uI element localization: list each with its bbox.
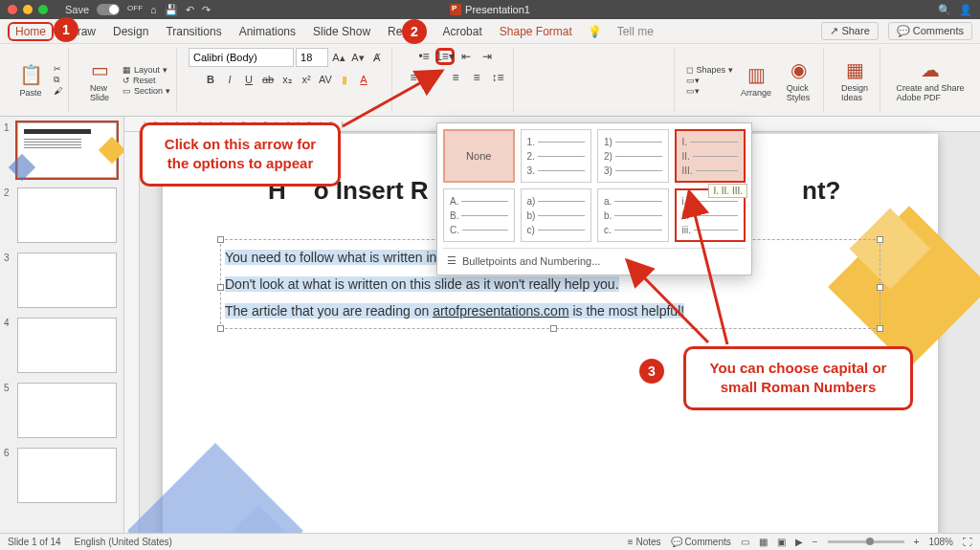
increase-indent-icon[interactable]: ⇥ [478, 48, 497, 65]
cut-icon[interactable]: ✂︎ [54, 64, 62, 74]
increase-font-icon[interactable]: A▴ [330, 49, 347, 66]
thumbnail-2[interactable]: 2 [4, 187, 120, 243]
undo-icon[interactable]: ↶ [186, 4, 194, 16]
save-icon[interactable]: 💾 [165, 4, 178, 16]
numbering-tooltip: I. II. III. [708, 184, 747, 198]
bold-button[interactable]: B [202, 71, 219, 88]
align-left-icon[interactable]: ≡ [404, 69, 423, 86]
view-slideshow-icon[interactable]: ▶ [795, 537, 803, 547]
quick-styles-icon: ◉ [791, 58, 807, 81]
view-reading-icon[interactable]: ▣ [777, 537, 786, 547]
vertical-ruler [124, 132, 140, 533]
decrease-indent-icon[interactable]: ⇤ [457, 48, 476, 65]
view-sorter-icon[interactable]: ▦ [759, 537, 768, 547]
clipboard-group: 📋 Paste ✂︎ ⧉ 🖌 [6, 48, 69, 112]
user-icon[interactable]: 👤 [959, 4, 972, 16]
line-spacing-icon[interactable]: ↕≡ [488, 69, 507, 86]
clear-format-icon[interactable]: A̸ [368, 49, 386, 66]
format-painter-icon[interactable]: 🖌 [54, 86, 62, 96]
font-size-select[interactable]: 18 [296, 48, 328, 67]
strike-button[interactable]: ab [259, 71, 277, 88]
numbering-option-alpha-lower-dot[interactable]: a. b. c. [597, 188, 669, 242]
zoom-slider[interactable] [828, 540, 904, 543]
numbering-dropdown-button[interactable]: 1≡▾ [435, 48, 455, 65]
numbering-option-none[interactable]: None [443, 129, 515, 183]
zoom-out-icon[interactable]: − [813, 537, 818, 547]
paste-button[interactable]: 📋 Paste [11, 63, 50, 98]
zoom-window-icon[interactable] [38, 5, 48, 14]
shapes-button[interactable]: ◻ Shapes ▾ [686, 65, 733, 75]
quick-styles-button[interactable]: ◉ Quick Styles [779, 58, 817, 102]
font-color-icon[interactable]: A [355, 71, 372, 88]
redo-icon[interactable]: ↷ [202, 4, 211, 16]
zoom-in-icon[interactable]: + [914, 537, 920, 547]
thumbnail-5[interactable]: 5 [4, 383, 120, 438]
tab-acrobat[interactable]: Acrobat [440, 22, 483, 41]
autosave-toggle[interactable] [97, 4, 120, 15]
home-icon[interactable]: ⌂ [150, 4, 157, 16]
arrange-button[interactable]: ▥ Arrange [737, 63, 775, 98]
tab-home[interactable]: Home [8, 22, 54, 41]
section-button[interactable]: ▭ Section ▾ [122, 86, 170, 96]
numbering-option-decimal-dot[interactable]: 1. 2. 3. [521, 129, 592, 183]
window-title: Presentation1 [450, 4, 530, 15]
share-button[interactable]: ↗ Share [821, 22, 878, 40]
numbering-option-alpha-lower-paren[interactable]: a) b) c) [521, 188, 592, 242]
paragraph-group: •≡ 1≡▾ ⇤ ⇥ ≡ ≡ ≡ ≡ ↕≡ [398, 48, 514, 112]
numbering-dropdown-popup: None 1. 2. 3. 1) 2) 3) I. II. III. I. II… [436, 122, 752, 275]
char-spacing-icon[interactable]: AV [317, 71, 334, 88]
copy-icon[interactable]: ⧉ [54, 75, 62, 85]
numbering-footer-link[interactable]: ☰ Bulletpoints and Numbering... [443, 248, 746, 269]
view-normal-icon[interactable]: ▭ [741, 537, 749, 547]
underline-button[interactable]: U [240, 71, 257, 88]
align-center-icon[interactable]: ≡ [425, 69, 444, 86]
notes-button[interactable]: ≡ Notes [628, 537, 661, 547]
shape-fill-icon[interactable]: ▭▾ [686, 76, 733, 85]
decrease-font-icon[interactable]: A▾ [349, 49, 367, 66]
comments-button[interactable]: 💬 Comments [888, 22, 972, 40]
tab-tellme[interactable]: Tell me [615, 22, 656, 41]
close-window-icon[interactable] [8, 5, 17, 14]
status-language[interactable]: English (United States) [75, 537, 172, 547]
numbering-option-roman-upper[interactable]: I. II. III. I. II. III. [675, 129, 746, 183]
numbering-option-alpha-upper[interactable]: A. B. C. [443, 188, 515, 242]
shape-outline-icon[interactable]: ▭▾ [686, 86, 733, 96]
new-slide-button[interactable]: ▭ New Slide [80, 58, 119, 102]
tab-slideshow[interactable]: Slide Show [311, 22, 372, 41]
slide-thumbnail-panel[interactable]: 1 2 3 4 5 6 [0, 117, 124, 533]
body-line-3[interactable]: The article that you are reading on arto… [223, 297, 878, 324]
annotation-callout-1: Click on this arrow for the options to a… [140, 122, 341, 187]
fit-to-window-icon[interactable]: ⛶ [963, 537, 972, 547]
search-icon[interactable]: 🔍 [938, 4, 951, 16]
adobe-pdf-icon: ☁ [921, 58, 940, 81]
justify-icon[interactable]: ≡ [467, 69, 486, 86]
font-name-select[interactable]: Calibri (Body) [189, 48, 294, 67]
highlight-icon[interactable]: ▮ [336, 71, 353, 88]
new-slide-icon: ▭ [91, 58, 109, 81]
zoom-percent[interactable]: 108% [928, 537, 953, 547]
adobe-pdf-button[interactable]: ☁ Create and Share Adobe PDF [892, 58, 969, 102]
comments-button-status[interactable]: 💬 Comments [671, 537, 731, 547]
tab-design[interactable]: Design [111, 22, 150, 41]
thumbnail-1[interactable]: 1 [4, 122, 120, 178]
design-ideas-button[interactable]: ▦ Design Ideas [835, 58, 874, 102]
reset-button[interactable]: ↺ Reset [122, 76, 170, 85]
superscript-button[interactable]: x² [298, 71, 315, 88]
align-right-icon[interactable]: ≡ [446, 69, 465, 86]
slides-group: ▭ New Slide ▦ Layout ▾ ↺ Reset ▭ Section… [75, 48, 177, 112]
subscript-button[interactable]: x₂ [278, 71, 296, 88]
tab-transitions[interactable]: Transitions [164, 22, 223, 41]
italic-button[interactable]: I [221, 71, 238, 88]
tab-shape-format[interactable]: Shape Format [498, 22, 574, 41]
thumbnail-6[interactable]: 6 [4, 448, 120, 503]
minimize-window-icon[interactable] [23, 5, 33, 14]
numbering-option-decimal-paren[interactable]: 1) 2) 3) [597, 129, 669, 183]
bullets-button[interactable]: •≡ [414, 48, 434, 65]
paste-icon: 📋 [19, 63, 43, 86]
thumbnail-4[interactable]: 4 [4, 318, 120, 373]
layout-button[interactable]: ▦ Layout ▾ [122, 65, 170, 75]
thumbnail-3[interactable]: 3 [4, 253, 120, 308]
annotation-callout-2: You can choose capital or small Roman Nu… [683, 346, 913, 410]
status-slide-count: Slide 1 of 14 [8, 537, 61, 547]
tab-animations[interactable]: Animations [237, 22, 298, 41]
